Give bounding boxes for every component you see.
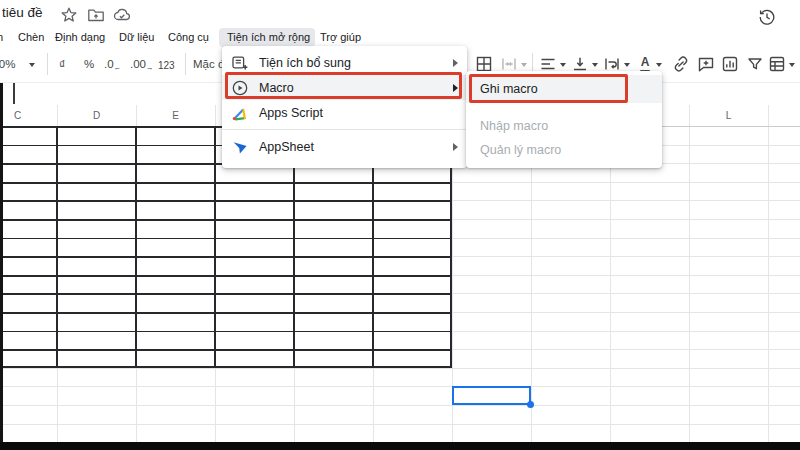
decrease-decimals-button[interactable]: .0← (104, 58, 120, 72)
fill-handle[interactable] (527, 401, 534, 408)
grid-line-vertical (689, 105, 690, 442)
screenshot-bottom-edge (0, 442, 800, 450)
cloud-check-icon (113, 6, 131, 24)
grid-line-vertical (768, 105, 769, 442)
insert-comment-icon (697, 55, 715, 73)
version-history-button[interactable] (758, 8, 776, 26)
toolbar-separator (185, 53, 186, 75)
screenshot-left-edge (0, 83, 3, 450)
horizontal-align-caret-icon (560, 63, 566, 67)
merge-cells-caret-icon (521, 63, 527, 67)
menu-item-label: AppSheet (259, 140, 314, 154)
menu-item-import-macro[interactable]: Nhập macro (466, 114, 662, 138)
menubar-item-format[interactable]: Định dạng (55, 31, 105, 43)
menu-item-label: Quản lý macro (480, 143, 561, 157)
insert-chart-icon (721, 55, 739, 73)
menubar-item-data[interactable]: Dữ liệu (119, 31, 155, 43)
table-views-button[interactable] (768, 55, 786, 73)
menubar-item-insert[interactable]: Chèn (18, 31, 44, 43)
column-header[interactable]: C (0, 110, 38, 121)
menubar-item-extensions[interactable]: Tiện ích mở rộng (227, 31, 310, 43)
star-button[interactable] (60, 6, 78, 24)
column-header[interactable]: L (709, 110, 749, 121)
table-border-horizontal (0, 275, 450, 277)
move-folder-button[interactable] (87, 6, 105, 24)
star-icon (60, 6, 78, 24)
extensions-menu: Tiện ích bổ sung Macro Apps Script (222, 46, 467, 168)
menubar-partial-item[interactable]: m (0, 31, 3, 43)
grid-line-horizontal (0, 424, 800, 425)
text-color-icon: A (638, 56, 652, 68)
annotation-box-1 (225, 72, 462, 99)
vertical-align-caret-icon (592, 63, 598, 67)
column-header[interactable]: E (156, 110, 196, 121)
table-border-horizontal (0, 182, 450, 184)
text-color-caret-icon (656, 63, 662, 67)
menubar-item-tools[interactable]: Công cụ (168, 31, 209, 43)
folder-move-icon (87, 6, 105, 24)
arrow-right-icon: → (146, 63, 153, 72)
grid-line-horizontal (0, 405, 800, 406)
submenu-arrow-icon (453, 143, 458, 151)
insert-comment-button[interactable] (697, 55, 715, 73)
menu-separator (222, 129, 467, 130)
increase-decimals-label: .00 (130, 58, 146, 70)
menu-item-label: Nhập macro (480, 119, 548, 133)
table-border-horizontal (0, 200, 450, 202)
appsheet-icon (231, 138, 249, 156)
table-border-horizontal (0, 219, 450, 221)
menubar-item-help[interactable]: Trợ giúp (320, 31, 361, 43)
grid-line-horizontal (0, 368, 800, 369)
table-border-horizontal (0, 312, 450, 314)
submenu-arrow-icon (453, 59, 458, 67)
menu-item-appsheet[interactable]: AppSheet (222, 134, 467, 159)
currency-format-button[interactable]: ₫ (59, 58, 65, 72)
cloud-status-button[interactable] (113, 6, 131, 24)
table-border-horizontal (0, 293, 450, 295)
filter-button[interactable] (746, 55, 764, 73)
menu-item-apps-script[interactable]: Apps Script (222, 100, 467, 125)
table-border-horizontal (0, 331, 450, 333)
filter-icon (746, 55, 764, 73)
table-border-horizontal (0, 238, 450, 240)
insert-link-button[interactable] (672, 55, 690, 73)
arrow-left-icon: ← (114, 63, 121, 72)
column-header[interactable]: D (77, 110, 117, 121)
insert-chart-button[interactable] (721, 55, 739, 73)
number-format-button[interactable]: 123 (158, 60, 175, 71)
table-views-icon (768, 55, 786, 73)
addon-icon (231, 54, 249, 72)
toolbar-separator (47, 53, 48, 75)
insert-link-icon (672, 55, 690, 73)
menu-item-label: Apps Script (259, 106, 323, 120)
version-history-icon (758, 8, 776, 26)
table-views-caret-icon (789, 63, 795, 67)
table-border-horizontal (0, 349, 450, 351)
percent-format-button[interactable]: % (84, 58, 94, 70)
annotation-box-2 (469, 74, 628, 103)
decrease-decimals-label: .0 (104, 58, 114, 70)
text-wrap-caret-icon (624, 63, 630, 67)
table-border-horizontal (0, 256, 450, 258)
increase-decimals-button[interactable]: .00→ (130, 58, 153, 72)
grid-corner-line (13, 83, 15, 104)
sheets-app-window: tiêu đề m Chèn Định dạng Dữ liệu Công cụ… (0, 0, 800, 450)
menu-item-manage-macros[interactable]: Quản lý macro (466, 138, 662, 162)
apps-script-icon (231, 104, 249, 122)
menu-item-label: Tiện ích bổ sung (259, 56, 351, 70)
zoom-caret-icon (29, 63, 35, 67)
zoom-select[interactable]: 100% (0, 58, 15, 70)
spreadsheet-title[interactable]: tiêu đề (2, 5, 43, 20)
selected-cell[interactable] (452, 386, 531, 405)
grid-line-horizontal (0, 386, 800, 387)
